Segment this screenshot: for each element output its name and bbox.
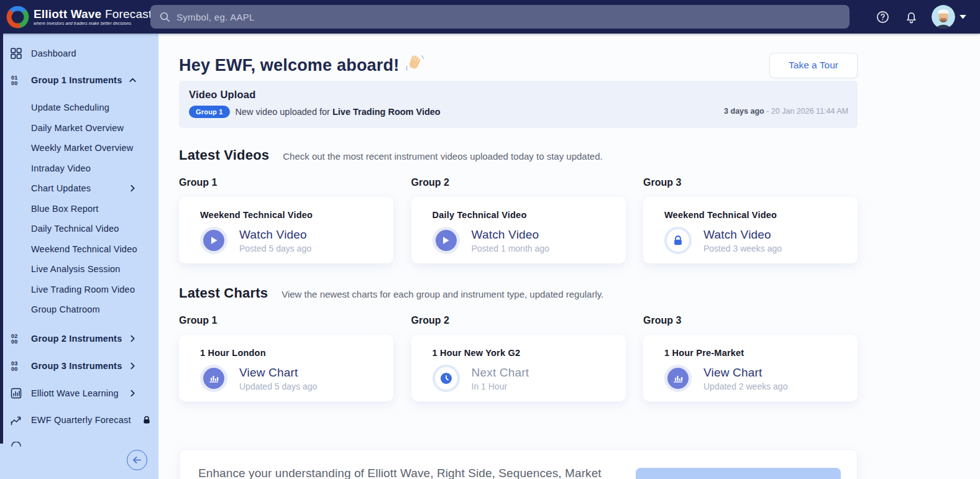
logo-title-light: Forecast	[105, 7, 152, 21]
sidebar-item-label: Chart Updates	[31, 183, 91, 193]
sidebar-item-label: Update Scheduling	[31, 103, 109, 112]
svg-text:00: 00	[11, 366, 17, 372]
chart-countdown-meta: In 1 Hour	[472, 381, 529, 391]
svg-text:00: 00	[11, 80, 17, 86]
app-logo[interactable]: Elliott Wave Forecast where investors an…	[0, 6, 150, 29]
sidebar-item-label: EWF Quarterly Forecast	[31, 415, 131, 425]
symbol-search-bar[interactable]	[150, 5, 849, 29]
sidebar-item-label: Daily Market Overview	[31, 123, 124, 133]
chevron-up-icon	[129, 76, 137, 84]
play-icon[interactable]	[200, 227, 227, 254]
sidebar-item-ewf-quarterly-forecast[interactable]: EWF Quarterly Forecast	[0, 413, 158, 427]
video-posted-meta: Posted 5 days ago	[239, 244, 311, 253]
group1-icon: 01 00	[10, 75, 22, 86]
sidebar-item-update-scheduling[interactable]: Update Scheduling	[0, 100, 158, 115]
group-badge: Group 1	[189, 106, 230, 118]
watch-video-link[interactable]: Watch Video	[239, 228, 311, 242]
notification-title: Video Upload	[189, 89, 848, 101]
sidebar-item-label: Group 1 Instruments	[31, 75, 122, 85]
chevron-right-icon	[129, 335, 137, 343]
search-input[interactable]	[176, 12, 841, 22]
sidebar-item-dashboard[interactable]: Dashboard	[0, 46, 158, 61]
promo-cta-button[interactable]	[636, 468, 841, 479]
sidebar-item-elliott-wave-learning[interactable]: Elliott Wave Learning	[0, 386, 158, 401]
chart-updated-meta: Updated 5 days ago	[239, 381, 317, 391]
take-a-tour-button[interactable]: Take a Tour	[769, 53, 858, 78]
view-chart-link[interactable]: View Chart	[239, 366, 317, 380]
sidebar-item-label: Group 3 Instruments	[31, 361, 122, 371]
play-icon[interactable]	[433, 227, 460, 254]
chart-card-title: 1 Hour New York G2	[433, 348, 605, 358]
learning-chart-icon	[10, 388, 22, 399]
notification-message: New video uploaded for Live Trading Room…	[236, 107, 441, 117]
latest-videos-title: Latest Videos	[179, 147, 269, 163]
bar-chart-icon[interactable]	[200, 365, 227, 392]
search-icon	[159, 11, 170, 22]
watch-video-link[interactable]: Watch Video	[472, 228, 549, 242]
video-posted-meta: Posted 1 month ago	[472, 244, 549, 253]
watch-video-link[interactable]: Watch Video	[703, 228, 782, 242]
notifications-button[interactable]	[903, 9, 919, 25]
sidebar-item-label: Live Analysis Session	[31, 264, 121, 274]
videos-group2-label: Group 2	[411, 177, 626, 188]
chevron-right-icon	[129, 362, 137, 370]
sidebar-item-weekend-technical-video[interactable]: Weekend Technical Video	[0, 242, 158, 257]
logo-title-bold: Elliott Wave	[34, 7, 101, 21]
sidebar-item-label: Weekly Market Overview	[31, 143, 133, 153]
sidebar-item-group2-instruments[interactable]: 02 00 Group 2 Instruments	[0, 331, 158, 346]
chart-card-group1[interactable]: 1 Hour London View Chart Updated 5 days …	[179, 335, 393, 401]
clock-icon	[433, 365, 460, 392]
sidebar-collapse-button[interactable]	[127, 450, 147, 470]
video-upload-notification[interactable]: Video Upload Group 1 New video uploaded …	[179, 81, 858, 128]
sidebar-item-label: Elliott Wave Learning	[31, 388, 119, 398]
sidebar-item-blue-box-report[interactable]: Blue Box Report	[0, 201, 158, 216]
video-card-group3[interactable]: Weekend Technical Video Watch Video Post…	[643, 197, 858, 263]
chart-card-group3[interactable]: 1 Hour Pre-Market View Chart Updated 2 w…	[643, 335, 858, 401]
video-card-group2[interactable]: Daily Technical Video Watch Video Posted…	[411, 197, 626, 263]
notification-timestamp: 3 days ago - 20 Jan 2026 11:44 AM	[724, 107, 848, 116]
sidebar-item-intraday-video[interactable]: Intraday Video	[0, 161, 158, 176]
learning-promo-card: Enhance your understanding of Elliott Wa…	[179, 449, 858, 479]
sidebar-item-daily-technical-video[interactable]: Daily Technical Video	[0, 221, 158, 236]
video-card-title: Weekend Technical Video	[664, 210, 836, 220]
sidebar-item-live-analysis-session[interactable]: Live Analysis Session	[0, 262, 158, 276]
sidebar-item-label: Weekend Technical Video	[31, 244, 137, 254]
sidebar: Dashboard 01 00 Group 1 Instruments Upda…	[0, 34, 158, 479]
sidebar-item-weekly-market-overview[interactable]: Weekly Market Overview	[0, 140, 158, 155]
sidebar-item-group3-instruments[interactable]: 03 00 Group 3 Instruments	[0, 358, 158, 373]
promo-text: Enhance your understanding of Elliott Wa…	[198, 467, 602, 479]
page-title: Hey EWF, welcome aboard!	[179, 56, 424, 75]
time-ago: 3 days ago	[724, 107, 764, 116]
charts-group3-label: Group 3	[643, 315, 858, 326]
avatar	[932, 5, 955, 29]
welcome-text: Hey EWF, welcome aboard!	[179, 56, 399, 75]
video-posted-meta: Posted 3 weeks ago	[703, 244, 782, 253]
latest-charts-subtitle: View the newest charts for each group an…	[282, 289, 603, 299]
sidebar-item-daily-market-overview[interactable]: Daily Market Overview	[0, 121, 158, 135]
video-card-group1[interactable]: Weekend Technical Video Watch Video Post…	[179, 197, 393, 263]
time-full: - 20 Jan 2026 11:44 AM	[764, 107, 848, 116]
sidebar-item-live-trading-room-video[interactable]: Live Trading Room Video	[0, 282, 158, 297]
chart-card-group2[interactable]: 1 Hour New York G2 Next Chart In 1 Hour	[411, 335, 626, 401]
latest-videos-subtitle: Check out the most recent instrument vid…	[283, 151, 602, 162]
sidebar-item-label: Daily Technical Video	[31, 224, 119, 234]
top-header: Elliott Wave Forecast where investors an…	[0, 0, 980, 34]
lock-icon	[143, 416, 150, 424]
charts-group2-label: Group 2	[411, 315, 626, 326]
chevron-right-icon	[129, 185, 137, 193]
logo-tagline: where investors and traders make better …	[34, 22, 152, 26]
user-menu[interactable]	[932, 5, 966, 29]
sidebar-item-group-chatroom[interactable]: Group Chatroom	[0, 302, 158, 317]
bar-chart-icon[interactable]	[664, 365, 692, 392]
videos-group3-label: Group 3	[643, 177, 858, 188]
sidebar-item-chart-updates[interactable]: Chart Updates	[0, 181, 158, 196]
help-button[interactable]	[874, 9, 891, 25]
lock-icon[interactable]	[664, 227, 692, 254]
sidebar-item-group1-instruments[interactable]: 01 00 Group 1 Instruments	[0, 73, 158, 88]
sidebar-item-label: Group 2 Instruments	[31, 334, 122, 344]
chart-card-title: 1 Hour Pre-Market	[664, 348, 836, 358]
group3-icon: 03 00	[10, 360, 22, 372]
notification-message-bold: Live Trading Room Video	[332, 107, 441, 117]
bell-icon	[904, 10, 918, 24]
view-chart-link[interactable]: View Chart	[703, 366, 787, 380]
